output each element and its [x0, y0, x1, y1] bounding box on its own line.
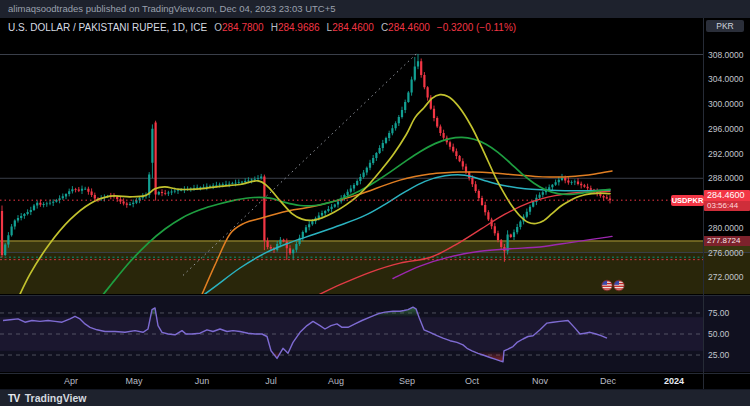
rsi-tick-25.00: 25.00	[708, 350, 729, 360]
time-axis-month-Oct[interactable]: Oct	[465, 376, 479, 386]
price-tick-304.0000: 304.0000	[708, 74, 743, 84]
tradingview-logo-icon[interactable]: TV	[8, 393, 20, 404]
price-chart-canvas[interactable]	[0, 0, 750, 406]
high-label: H	[271, 22, 278, 33]
time-axis-month-Apr[interactable]: Apr	[64, 376, 78, 386]
low-value: 284.4600	[332, 22, 374, 33]
tradingview-chart-window: alimaqsoodtrades published on TradingVie…	[0, 0, 750, 406]
bar-countdown-timer: 03:56:44	[704, 201, 750, 211]
price-tick-288.0000: 288.0000	[708, 173, 743, 183]
price-tick-292.0000: 292.0000	[708, 149, 743, 159]
currency-unit-button[interactable]: PKR	[706, 20, 744, 32]
chart-legend[interactable]: U.S. DOLLAR / PAKISTANI RUPEE, 1D, ICEO2…	[8, 22, 516, 33]
high-value: 284.9686	[278, 22, 320, 33]
time-axis-month-Nov[interactable]: Nov	[532, 376, 548, 386]
change-value: −0.3200 (−0.11%)	[437, 22, 516, 33]
time-axis-month-Dec[interactable]: Dec	[600, 376, 616, 386]
price-tick-276.0000: 276.0000	[708, 248, 743, 258]
publish-bar-text: alimaqsoodtrades published on TradingVie…	[8, 3, 336, 14]
rsi-tick-50.00: 50.00	[708, 329, 729, 339]
price-tick-300.0000: 300.0000	[708, 99, 743, 109]
support-zone-band-highlight	[0, 241, 750, 252]
price-tick-308.0000: 308.0000	[708, 50, 743, 60]
time-axis-month-May[interactable]: May	[125, 376, 142, 386]
candle-bodies-up[interactable]	[4, 61, 576, 255]
open-value: 284.7800	[222, 22, 264, 33]
current-price-value: 284.4600	[704, 190, 750, 201]
tradingview-brand-text[interactable]: TradingView	[25, 392, 87, 404]
publish-bar: alimaqsoodtrades published on TradingVie…	[0, 0, 750, 18]
candle-wicks-up	[5, 54, 575, 259]
time-axis-year-2024[interactable]: 2024	[664, 376, 684, 386]
price-line-symbol-tag: USDPKR	[671, 195, 704, 206]
level-price-axis-label: 277.8724	[704, 236, 750, 246]
price-tick-296.0000: 296.0000	[708, 124, 743, 134]
price-tick-272.0000: 272.0000	[708, 272, 743, 282]
symbol-title: U.S. DOLLAR / PAKISTANI RUPEE, 1D, ICE	[8, 22, 207, 33]
open-label: O	[214, 22, 222, 33]
footer-bar: TV TradingView	[0, 389, 750, 406]
time-axis-month-Aug[interactable]: Aug	[328, 376, 344, 386]
rsi-tick-75.00: 75.00	[708, 308, 729, 318]
time-axis-month-Sep[interactable]: Sep	[399, 376, 415, 386]
time-axis-month-Jun[interactable]: Jun	[195, 376, 210, 386]
time-axis-month-Jul[interactable]: Jul	[265, 376, 277, 386]
close-value: 284.4600	[388, 22, 430, 33]
current-price-axis-label: 284.4600 03:56:44	[704, 190, 750, 211]
price-tick-280.0000: 280.0000	[708, 223, 743, 233]
